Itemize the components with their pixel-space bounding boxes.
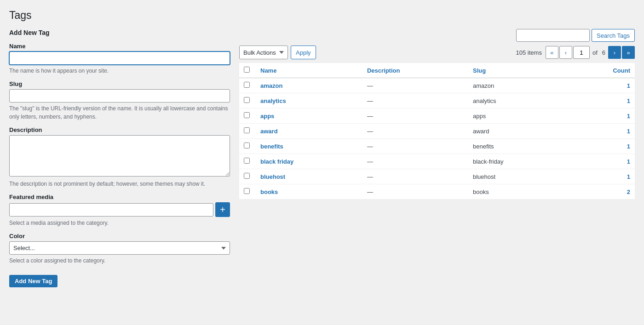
add-new-tag-button[interactable]: Add New Tag [9, 275, 58, 287]
row-count-link[interactable]: 1 [627, 97, 630, 104]
featured-media-input[interactable] [9, 203, 213, 217]
color-hint: Select a color assigned to the category. [9, 257, 230, 265]
row-count-link[interactable]: 1 [627, 143, 630, 150]
row-count-cell[interactable]: 2 [568, 184, 635, 200]
row-checkbox-cell[interactable] [239, 93, 256, 108]
row-checkbox-cell[interactable] [239, 139, 256, 154]
pagination-first-button[interactable]: « [546, 46, 558, 59]
row-count-cell[interactable]: 1 [568, 108, 635, 124]
row-description-cell: — [362, 78, 468, 93]
row-checkbox[interactable] [244, 112, 250, 118]
row-name-cell: analytics [256, 93, 362, 108]
row-checkbox[interactable] [244, 127, 250, 133]
row-description-cell: — [362, 139, 468, 154]
row-count-link[interactable]: 1 [627, 158, 630, 165]
color-label: Color [9, 233, 230, 239]
row-checkbox-cell[interactable] [239, 78, 256, 93]
description-column-header[interactable]: Description [362, 63, 468, 78]
search-tags-input[interactable] [516, 29, 590, 42]
search-tags-area: Search Tags [516, 29, 635, 42]
slug-input[interactable] [9, 89, 230, 103]
row-slug: analytics [473, 97, 496, 104]
select-all-checkbox[interactable] [244, 67, 250, 73]
featured-media-label: Featured media [9, 194, 230, 200]
row-count-link[interactable]: 1 [627, 173, 630, 180]
slug-field-group: Slug The "slug" is the URL-friendly vers… [9, 80, 230, 121]
pagination-last-button[interactable]: » [622, 46, 635, 59]
row-checkbox-cell[interactable] [239, 184, 256, 200]
tag-name-link[interactable]: award [260, 128, 278, 135]
tag-name-link[interactable]: amazon [260, 82, 282, 89]
row-count-cell[interactable]: 1 [568, 154, 635, 169]
table-row: books — books 2 [239, 184, 635, 200]
add-media-button[interactable]: + [215, 202, 230, 217]
row-description-cell: — [362, 169, 468, 184]
row-slug: black-friday [473, 158, 503, 165]
row-description: — [367, 143, 373, 150]
count-column-header[interactable]: Count [568, 63, 635, 78]
select-all-header[interactable] [239, 63, 256, 78]
table-row: bluehost — bluehost 1 [239, 169, 635, 184]
name-hint: The name is how it appears on your site. [9, 67, 230, 75]
tag-name-link[interactable]: books [260, 188, 278, 195]
pagination-next-button[interactable]: › [608, 46, 621, 59]
apply-button[interactable]: Apply [291, 46, 316, 59]
row-name-cell: bluehost [256, 169, 362, 184]
tag-name-link[interactable]: benefits [260, 143, 283, 150]
table-row: benefits — benefits 1 [239, 139, 635, 154]
row-checkbox-cell[interactable] [239, 108, 256, 124]
row-name-cell: black friday [256, 154, 362, 169]
description-input[interactable] [9, 135, 230, 177]
bulk-actions-select[interactable]: Bulk Actions Delete [239, 46, 288, 59]
form-section-title: Add New Tag [9, 29, 230, 36]
description-field-group: Description The description is not promi… [9, 126, 230, 188]
row-checkbox-cell[interactable] [239, 124, 256, 139]
slug-hint: The "slug" is the URL-friendly version o… [9, 104, 230, 121]
pagination-of-label: of [592, 49, 598, 56]
row-checkbox[interactable] [244, 82, 250, 88]
add-new-tag-form: Add New Tag Name The name is how it appe… [9, 29, 230, 316]
search-tags-button[interactable]: Search Tags [592, 29, 635, 42]
pagination-prev-button[interactable]: ‹ [559, 46, 572, 59]
tag-name-link[interactable]: bluehost [260, 173, 285, 180]
row-description-cell: — [362, 124, 468, 139]
row-slug-cell: bluehost [468, 169, 568, 184]
row-count-link[interactable]: 1 [627, 113, 630, 120]
row-checkbox[interactable] [244, 97, 250, 103]
row-count-cell[interactable]: 1 [568, 169, 635, 184]
description-label: Description [9, 126, 230, 133]
name-column-header[interactable]: Name [256, 63, 362, 78]
row-checkbox[interactable] [244, 173, 250, 179]
row-name-cell: amazon [256, 78, 362, 93]
slug-column-header[interactable]: Slug [468, 63, 568, 78]
row-checkbox-cell[interactable] [239, 169, 256, 184]
row-description: — [367, 188, 373, 195]
row-checkbox[interactable] [244, 143, 250, 148]
row-slug: bluehost [473, 173, 495, 180]
tag-name-link[interactable]: analytics [260, 97, 286, 104]
row-count-cell[interactable]: 1 [568, 78, 635, 93]
row-checkbox[interactable] [244, 188, 250, 194]
row-count-link[interactable]: 2 [627, 188, 630, 195]
row-count-link[interactable]: 1 [627, 82, 630, 89]
row-checkbox-cell[interactable] [239, 154, 256, 169]
pagination-page-input[interactable] [573, 46, 590, 59]
featured-media-field-group: Featured media + Select a media assigned… [9, 194, 230, 227]
row-slug-cell: analytics [468, 93, 568, 108]
row-slug: amazon [473, 82, 494, 89]
row-description-cell: — [362, 108, 468, 124]
table-row: apps — apps 1 [239, 108, 635, 124]
tag-name-link[interactable]: black friday [260, 158, 293, 165]
slug-label: Slug [9, 80, 230, 87]
name-input[interactable] [9, 51, 230, 65]
row-slug-cell: amazon [468, 78, 568, 93]
row-count-link[interactable]: 1 [627, 128, 630, 135]
row-description-cell: — [362, 184, 468, 200]
row-checkbox[interactable] [244, 158, 250, 164]
row-count-cell[interactable]: 1 [568, 124, 635, 139]
color-select[interactable]: Select... [9, 241, 230, 255]
row-count-cell[interactable]: 1 [568, 93, 635, 108]
row-description: — [367, 113, 373, 120]
tag-name-link[interactable]: apps [260, 113, 274, 120]
row-count-cell[interactable]: 1 [568, 139, 635, 154]
